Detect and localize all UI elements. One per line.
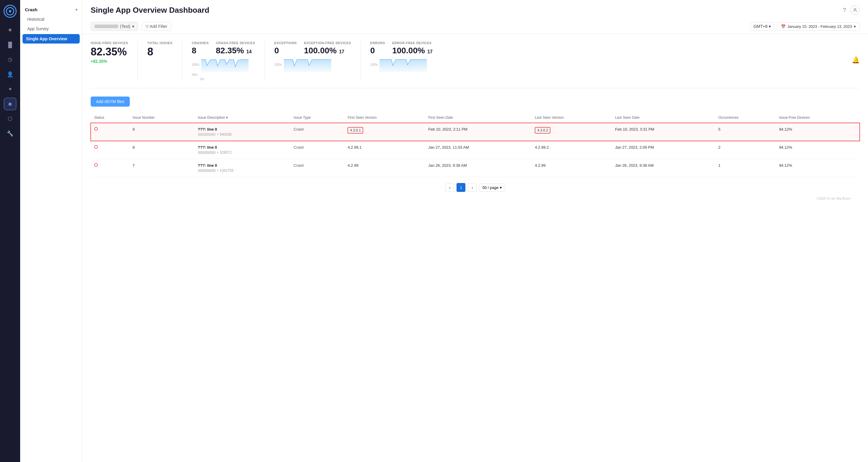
add-filter-button[interactable]: ▽ Add Filter — [142, 22, 171, 31]
top-icons: ? — [843, 5, 860, 15]
user-avatar[interactable] — [850, 5, 860, 15]
cell-last-seen-date: Jan 27, 2023, 2:09 PM — [612, 141, 715, 159]
errors-label: ERRORS — [370, 41, 385, 45]
crash-free-label: CRASH-FREE DEVICES — [216, 41, 255, 45]
calendar-icon: 📅 — [781, 24, 786, 29]
issue-free-delta: +82.35% — [91, 59, 128, 64]
cell-issue-description: ???: line 0 + 528572 — [194, 141, 290, 159]
col-first-seen-date: First Seen Date — [425, 112, 531, 123]
timezone-chevron-icon: ▾ — [769, 24, 771, 29]
timezone-selector[interactable]: GMT+8 ▾ — [750, 22, 774, 31]
sidebar-item-crash[interactable]: ☻ — [4, 98, 16, 110]
nav-item-app-survey[interactable]: App Survey — [20, 24, 82, 33]
cell-occurrences: 1 — [715, 159, 776, 177]
col-first-seen-version: First Seen Version — [344, 112, 425, 123]
prev-page-button[interactable]: ‹ — [445, 183, 454, 192]
sidebar-item-users[interactable]: 👤 — [4, 68, 16, 80]
col-occurrences: Occurrences — [715, 112, 776, 123]
issues-table: Status Issue Number Issue Description ▾ … — [91, 112, 860, 177]
per-page-label: 50 / page — [482, 186, 498, 190]
issue-sub-text: + 540336 — [217, 132, 232, 136]
pagination: ‹ 1 › 50 / page ▾ — [91, 177, 860, 194]
issue-type-badge: Crash — [293, 127, 304, 131]
nav-item-single-app-overview[interactable]: Single App Overview — [23, 34, 80, 43]
footer-credit: CSDN ©I am Big Boss~ — [91, 194, 860, 203]
cell-last-seen-version: 4.2.99.2 — [531, 141, 612, 159]
timezone-label: GMT+8 — [754, 24, 768, 29]
error-free-label: ERROR-FREE DEVICES — [392, 41, 433, 45]
issue-free-value: 82.35% — [91, 46, 128, 58]
col-issue-description[interactable]: Issue Description ▾ — [194, 112, 290, 123]
error-free-devices: 17 — [427, 49, 433, 55]
crash-free-devices: 14 — [246, 49, 251, 55]
cell-last-seen-date: Feb 10, 2023, 3:31 PM — [612, 123, 715, 141]
help-icon[interactable]: ? — [843, 7, 846, 13]
error-mini-chart — [379, 57, 427, 72]
cell-status — [91, 159, 129, 177]
exceptions-value: 0 — [274, 46, 297, 55]
col-issue-free-devices: Issue-Free Devices — [776, 112, 860, 123]
issue-sub-text: + 528572 — [217, 151, 232, 155]
col-status: Status — [91, 112, 129, 123]
sidebar-item-star[interactable]: ★ — [4, 24, 16, 36]
cell-issue-description: ???: line 0 + 1341755 — [194, 159, 290, 177]
blurred-text — [198, 133, 216, 136]
cell-status — [91, 123, 129, 141]
issue-type-badge: Crash — [293, 163, 304, 168]
stat-issue-free: ISSUE-FREE DEVICES 82.35% +82.35% — [91, 41, 128, 64]
sidebar-item-wrench[interactable]: 🔧 — [4, 127, 16, 140]
app-selector[interactable]: (Test) ▾ — [91, 22, 138, 31]
issue-subtitle: + 528572 — [198, 151, 287, 155]
blurred-text — [198, 169, 216, 172]
cell-first-seen-version: 4.2.99 — [344, 159, 425, 177]
sidebar-logo[interactable] — [4, 5, 17, 18]
per-page-selector[interactable]: 50 / page ▾ — [479, 184, 505, 192]
exception-free-label: EXCEPTION-FREE DEVICES — [304, 41, 351, 45]
date-range-selector[interactable]: 📅 January 15, 2023 - February 13, 2023 ▾ — [777, 23, 860, 31]
next-page-button[interactable]: › — [468, 183, 477, 192]
col-issue-number: Issue Number — [129, 112, 194, 123]
table-row[interactable]: 8???: line 0 + 528572 Crash4.2.99.1Jan 2… — [91, 141, 860, 159]
cell-occurrences: 5 — [715, 123, 776, 141]
page-1-button[interactable]: 1 — [457, 183, 465, 192]
sidebar-item-spark[interactable]: ✦ — [4, 83, 16, 95]
crashes-value: 8 — [192, 46, 209, 55]
nav-panel: Crash ▾ Historical App Survey Single App… — [20, 0, 82, 462]
cell-last-seen-version: 4.2.99 — [531, 159, 612, 177]
last-seen-version-badge: 4.3.0.2 — [535, 127, 551, 134]
cell-issue-free-devices: 94.12% — [776, 141, 860, 159]
issue-subtitle: + 1341755 — [198, 168, 287, 173]
issue-subtitle: + 540336 — [198, 132, 287, 136]
date-range-chevron-icon: ▾ — [854, 24, 856, 29]
stats-row: ISSUE-FREE DEVICES 82.35% +82.35% TOTAL … — [91, 41, 860, 88]
blurred-text — [198, 151, 216, 154]
exception-free-devices: 17 — [339, 49, 344, 55]
content-area: 🔔 ISSUE-FREE DEVICES 82.35% +82.35% TOTA… — [82, 34, 868, 462]
exceptions-label: EXCEPTIONS — [274, 41, 297, 45]
cell-status — [91, 141, 129, 159]
exception-free-value: 100.00% — [304, 46, 337, 55]
first-seen-version-badge: 4.3.0.1 — [347, 127, 363, 134]
sidebar-item-share[interactable]: ⬡ — [4, 112, 16, 125]
nav-item-historical[interactable]: Historical — [20, 14, 82, 24]
app-selector-test-label: (Test) — [120, 24, 130, 29]
add-dsym-button[interactable]: Add dSYM files — [91, 97, 130, 107]
nav-section-label: Crash — [25, 7, 38, 12]
issue-free-label: ISSUE-FREE DEVICES — [91, 41, 128, 45]
nav-section-crash[interactable]: Crash ▾ — [20, 5, 82, 14]
cell-issue-free-devices: 94.12% — [776, 159, 860, 177]
cell-issue-number: 9 — [129, 123, 194, 141]
sidebar-item-chart[interactable]: ▐▌ — [4, 38, 16, 51]
filter-right: GMT+8 ▾ 📅 January 15, 2023 - February 13… — [750, 22, 860, 31]
cell-last-seen-date: Jan 26, 2023, 9:38 AM — [612, 159, 715, 177]
date-range-label: January 15, 2023 - February 13, 2023 — [787, 24, 852, 29]
table-row[interactable]: 9???: line 0 + 540336 Crash4.3.0.1Feb 10… — [91, 123, 860, 141]
cell-issue-description: ???: line 0 + 540336 — [194, 123, 290, 141]
sidebar-item-clock[interactable]: ◷ — [4, 53, 16, 66]
table-row[interactable]: 7???: line 0 + 1341755 Crash4.2.99Jan 26… — [91, 159, 860, 177]
issue-type-badge: Crash — [293, 145, 304, 150]
exception-mini-chart — [284, 57, 331, 72]
cell-issue-type: Crash — [290, 123, 344, 141]
bell-icon[interactable]: 🔔 — [852, 56, 860, 64]
top-header: Single App Overview Dashboard ? (Test) ▾… — [82, 0, 868, 34]
